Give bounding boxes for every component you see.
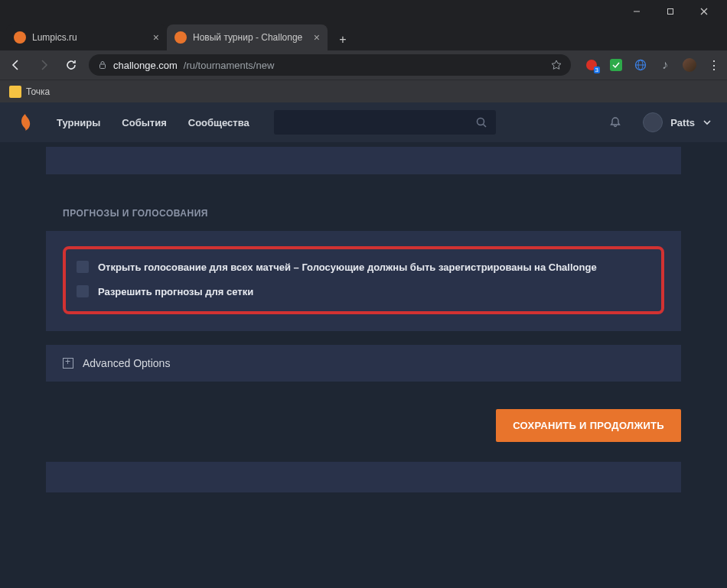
section-title-predictions: ПРОГНОЗЫ И ГОЛОСОВАНИЯ (46, 188, 681, 231)
browser-tab-challonge[interactable]: Новый турнир - Challonge × (167, 24, 328, 50)
star-icon[interactable] (551, 60, 562, 70)
option-row-predictions: Разрешить прогнозы для сетки (77, 284, 650, 300)
panel-stub-bottom (46, 462, 681, 492)
svg-point-10 (477, 119, 484, 125)
profile-avatar-icon[interactable] (683, 58, 696, 72)
reload-button[interactable] (61, 55, 81, 75)
option-row-voting: Открыть голосование для всех матчей – Го… (77, 260, 650, 275)
favicon-lumpics (14, 31, 26, 44)
url-domain: challonge.com (113, 60, 178, 71)
predictions-panel: Открыть голосование для всех матчей – Го… (46, 231, 681, 331)
svg-line-11 (483, 125, 486, 128)
tab-strip: Lumpics.ru × Новый турнир - Challonge × … (0, 23, 727, 50)
svg-rect-6 (610, 59, 622, 71)
maximize-button[interactable] (654, 0, 687, 23)
url-field[interactable]: challonge.com/ru/tournaments/new (89, 54, 571, 76)
svg-rect-1 (668, 9, 673, 15)
window-titlebar (0, 0, 727, 23)
user-avatar (643, 112, 663, 132)
svg-rect-4 (100, 64, 106, 69)
bookmark-item[interactable]: Точка (26, 86, 50, 97)
close-tab-icon[interactable]: × (153, 31, 159, 44)
highlighted-options: Открыть голосование для всех матчей – Го… (63, 246, 664, 314)
forward-button[interactable] (34, 55, 54, 75)
nav-events[interactable]: События (122, 117, 166, 128)
kebab-menu-icon[interactable]: ⋮ (707, 58, 721, 72)
nav-communities[interactable]: Сообщества (188, 117, 249, 128)
tab-title: Lumpics.ru (32, 32, 77, 43)
url-path: /ru/tournaments/new (184, 60, 275, 71)
expand-icon (63, 358, 73, 369)
close-tab-icon[interactable]: × (314, 31, 320, 44)
ext-globe-icon[interactable] (634, 58, 647, 72)
main-column: ПРОГНОЗЫ И ГОЛОСОВАНИЯ Открыть голосован… (46, 147, 681, 492)
bookmarks-bar: Точка (0, 80, 727, 102)
advanced-options-toggle[interactable]: Advanced Options (46, 345, 681, 382)
save-continue-button[interactable]: СОХРАНИТЬ И ПРОДОЛЖИТЬ (496, 409, 681, 442)
close-window-button[interactable] (687, 0, 721, 23)
ext-green-icon[interactable] (609, 58, 623, 72)
address-bar: challonge.com/ru/tournaments/new 3 ♪ ⋮ (0, 50, 727, 80)
media-icon[interactable]: ♪ (658, 58, 672, 72)
checkbox-label: Разрешить прогнозы для сетки (98, 284, 253, 300)
checkbox-allow-predictions[interactable] (77, 285, 89, 297)
chevron-down-icon (703, 118, 712, 127)
site-nav: Турниры События Сообщества Patts (0, 102, 727, 142)
page-content: Турниры События Сообщества Patts ПРОГНОЗ… (0, 102, 727, 588)
save-row: СОХРАНИТЬ И ПРОДОЛЖИТЬ (46, 382, 681, 462)
minimize-button[interactable] (620, 0, 654, 23)
bookmark-folder-icon (9, 86, 21, 98)
tab-title: Новый турнир - Challonge (193, 32, 302, 43)
nav-tournaments[interactable]: Турниры (57, 117, 100, 128)
user-menu[interactable]: Patts (643, 112, 712, 132)
notifications-icon[interactable] (609, 116, 621, 128)
site-search[interactable] (274, 110, 496, 135)
lock-icon (98, 60, 107, 70)
back-button[interactable] (6, 55, 26, 75)
new-tab-button[interactable]: + (332, 29, 354, 50)
favicon-challonge (174, 31, 187, 44)
browser-tab-lumpics[interactable]: Lumpics.ru × (6, 24, 167, 50)
search-icon (476, 117, 487, 128)
extension-icons: 3 ♪ ⋮ (585, 58, 721, 72)
panel-stub-top (46, 147, 681, 174)
checkbox-open-voting[interactable] (77, 261, 89, 273)
challonge-logo[interactable] (15, 112, 35, 132)
username: Patts (670, 117, 695, 128)
checkbox-label: Открыть голосование для всех матчей – Го… (98, 260, 597, 275)
ext-badge-icon[interactable]: 3 (585, 58, 598, 72)
advanced-options-label: Advanced Options (83, 357, 170, 369)
